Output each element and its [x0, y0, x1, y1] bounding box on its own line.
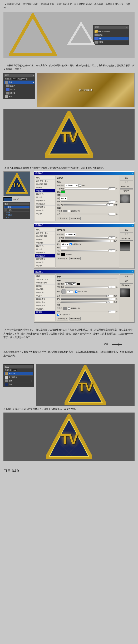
- noise-slider[interactable]: [61, 214, 108, 215]
- global-light-cb[interactable]: [75, 290, 77, 293]
- source-select[interactable]: 居中: [60, 197, 67, 200]
- dialog-close-1[interactable]: ×: [132, 172, 133, 175]
- size-slider-d3[interactable]: [61, 302, 107, 303]
- opacity-slider-d3[interactable]: [65, 286, 108, 288]
- cancel-btn-1[interactable]: 取消: [120, 180, 133, 184]
- style3-bevel[interactable]: ☑ 斜面和浮雕: [35, 281, 55, 284]
- contour-thumb-d3[interactable]: [63, 307, 67, 310]
- anti-alias-cb-d3[interactable]: [68, 307, 70, 310]
- opacity-input-d1[interactable]: [109, 188, 115, 190]
- size-slider[interactable]: [63, 204, 107, 206]
- distance-input[interactable]: [107, 295, 113, 297]
- choke-slider[interactable]: [61, 201, 108, 202]
- set-default-btn-3[interactable]: 设置为默认值: [57, 317, 68, 320]
- style-item-outer-glow[interactable]: ☐ 外发光: [35, 209, 55, 212]
- angle-input-d3[interactable]: [67, 290, 73, 293]
- scale-slider[interactable]: [61, 250, 108, 252]
- opacity-slider-d2[interactable]: [65, 237, 108, 238]
- opacity-input-d3[interactable]: [109, 286, 115, 288]
- cancel-btn-2[interactable]: 取消: [120, 232, 133, 236]
- color-box-d1[interactable]: [61, 190, 65, 193]
- bottom-layer-fill[interactable]: 颜色填充 1: [4, 376, 33, 379]
- fill-input[interactable]: 100%: [21, 78, 27, 80]
- style2-stroke[interactable]: ☑ 描边: [35, 238, 55, 241]
- blend-checkbox[interactable]: [79, 184, 81, 186]
- new-style-btn-1[interactable]: 新建样式(W)...: [120, 185, 133, 188]
- layer-shadow-cb[interactable]: [57, 314, 59, 316]
- style2-bevel[interactable]: ☑ 斜面和浮雕: [35, 235, 55, 238]
- style-select-d2[interactable]: 线性: [61, 243, 69, 246]
- scale-input[interactable]: [109, 249, 115, 252]
- color-box-d2[interactable]: [61, 253, 65, 256]
- ok-btn-3[interactable]: 确定: [120, 274, 133, 278]
- anti-alias-cb[interactable]: [68, 210, 70, 212]
- layer-row-main[interactable]: 主体 ▶: [4, 80, 35, 84]
- style3-gradient[interactable]: ☑ 渐变叠加: [35, 301, 55, 304]
- angle-input-d2[interactable]: 90: [61, 246, 67, 249]
- new-style-btn-3[interactable]: 新建样式(W)...: [120, 284, 133, 287]
- choke-input[interactable]: [109, 200, 115, 203]
- style3-stroke[interactable]: ☑ 描边: [35, 284, 55, 288]
- style3-inner-glow[interactable]: ☑ 内发光: [35, 291, 55, 294]
- style3-blend[interactable]: 混合选项：默认: [35, 278, 55, 281]
- dialog-close-2[interactable]: ×: [132, 224, 133, 227]
- style2-drop-shadow[interactable]: ☑ 投影: [35, 264, 55, 267]
- style2-outer-glow[interactable]: ☐ 外发光: [35, 261, 55, 264]
- dialog-close-3[interactable]: ×: [132, 270, 133, 273]
- set-default-btn-1[interactable]: 设置为默认值: [57, 217, 68, 220]
- style-item-inner-shadow[interactable]: ☑ 内阴影: [35, 189, 55, 192]
- layer-row-shape2[interactable]: 形状 2: [94, 40, 128, 44]
- style2-inner-shadow[interactable]: ☑ 内阴影: [35, 241, 55, 244]
- style2-pattern[interactable]: ☐ 图案叠加: [35, 258, 55, 261]
- contour-thumb[interactable]: [63, 210, 67, 212]
- opacity-input[interactable]: 100%: [12, 78, 17, 80]
- gradient-picker[interactable]: [61, 240, 110, 242]
- distance-slider[interactable]: [61, 295, 107, 297]
- reverse-cb[interactable]: [111, 240, 113, 242]
- noise-input-d3[interactable]: [109, 310, 115, 313]
- align-cb[interactable]: [70, 243, 72, 246]
- bottom-opacity-input[interactable]: 85%: [12, 369, 17, 372]
- style3-drop-shadow-selected[interactable]: ☑ 投影: [35, 311, 55, 314]
- spread-input[interactable]: [109, 298, 115, 300]
- style2-inner-glow[interactable]: ☑ 内发光: [35, 244, 55, 248]
- new-style-btn-2[interactable]: 新建样式(W)...: [120, 237, 133, 240]
- noise-input[interactable]: [109, 213, 115, 216]
- angle-dial[interactable]: ↗: [61, 289, 66, 294]
- style3-outer-glow[interactable]: ☐ 外发光: [35, 307, 55, 311]
- style-item-inner-glow[interactable]: ☑ 内发光: [35, 192, 55, 196]
- reset-default-btn-3[interactable]: 复位到默认值: [70, 317, 81, 320]
- bottom-layer-main-group[interactable]: 主体 ▶: [4, 379, 33, 383]
- style3-color[interactable]: ☐ 颜色叠加: [35, 298, 55, 301]
- cancel-btn-3[interactable]: 取消: [120, 279, 133, 283]
- reset-default-btn-2[interactable]: 复位到默认值: [70, 257, 81, 260]
- style2-gloss[interactable]: ☐ 光泽: [35, 248, 55, 251]
- style3-inner-shadow[interactable]: ☑ 内阴影: [35, 288, 55, 291]
- style-item-bevel[interactable]: ☑ 斜面和浮雕: [35, 183, 55, 186]
- preview-btn-1[interactable]: 预览(P): [120, 189, 133, 193]
- layer-row-layer2[interactable]: 图层 2: [4, 95, 35, 98]
- style2-styles[interactable]: 样式: [35, 228, 55, 232]
- opacity-slider[interactable]: [65, 188, 108, 190]
- size-input-d3[interactable]: [107, 301, 113, 304]
- style-item-styles[interactable]: 样式: [35, 176, 55, 180]
- ok-btn-2[interactable]: 确定: [120, 228, 133, 232]
- style-item-gloss[interactable]: ☐ 光泽: [35, 196, 55, 199]
- layer-row-layer1[interactable]: 图层 1: [4, 84, 35, 88]
- bottom-layer-base[interactable]: 底板: [4, 383, 33, 386]
- bottom-layer-349[interactable]: 图层 349: [4, 372, 33, 376]
- shadow-color-box[interactable]: [77, 283, 80, 285]
- set-default-btn-2[interactable]: 设置为默认值: [57, 257, 68, 260]
- style-item-gradient[interactable]: ☑ 渐变叠加: [35, 202, 55, 206]
- reset-default-btn-1[interactable]: 复位到默认值: [70, 217, 81, 220]
- style3-pattern[interactable]: ☐ 图案叠加: [35, 304, 55, 307]
- layer-row-shape1b[interactable]: 形状 1: [4, 88, 35, 92]
- blend-mode-select[interactable]: 正片叠底: [65, 184, 78, 187]
- style-item-stroke[interactable]: ☑ 描边: [35, 186, 55, 189]
- size-input-d1[interactable]: [107, 204, 113, 206]
- style3-gloss[interactable]: ☐ 光泽: [35, 294, 55, 298]
- spread-slider[interactable]: [61, 298, 108, 300]
- opacity-input-d2[interactable]: [109, 236, 115, 239]
- style-item-pattern[interactable]: ☐ 图案叠加: [35, 206, 55, 209]
- layer-row-shape1[interactable]: 形状 1: [94, 37, 128, 40]
